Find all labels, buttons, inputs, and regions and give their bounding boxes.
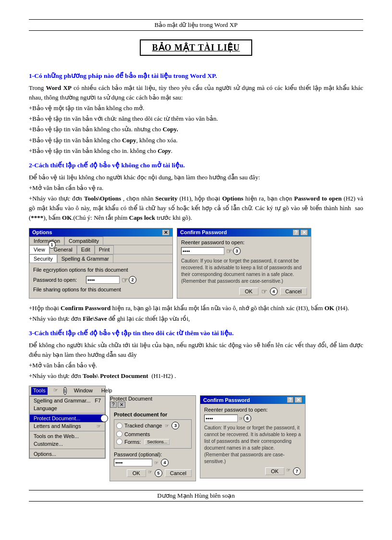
- badge-protect-2: 2: [100, 414, 108, 422]
- spelling-shortcut: F7: [95, 398, 101, 403]
- file-enc-label: File encryption options for this documen…: [33, 267, 169, 273]
- confirm2-title-text: Confirm Password: [203, 397, 250, 403]
- radio-tracked-input[interactable]: [116, 423, 122, 429]
- protect-titlebar: Protect Document ? ✕: [110, 396, 196, 408]
- menu-sep-2: [30, 431, 105, 431]
- page: Bảo mật dữ liệu trong Word XP BẢO MẬT TÀ…: [0, 0, 392, 540]
- section1: 1-Có những phương pháp nào để bảo mật tà…: [29, 71, 363, 156]
- confirm2-btn-row: OK ☞ 7: [204, 467, 301, 475]
- hand-cursor-menu: ☞: [53, 387, 58, 395]
- hand-cursor-3: ☞: [226, 247, 233, 255]
- section1-p4: +Bảo vệ tập tin văn bản không cho sửa. n…: [29, 125, 363, 134]
- main-title-wrapper: BẢO MẬT TÀI LIỆU: [29, 39, 363, 63]
- protect-doc-dialog: Protect Document ? ✕ Protect document fo…: [110, 395, 196, 481]
- confirm-content: Reenter password to open: ☞ 3 Caution: I…: [177, 237, 311, 298]
- radio-comments: Comments: [116, 431, 189, 437]
- options-title-text: Options: [32, 229, 52, 235]
- tab-security[interactable]: Security: [29, 254, 57, 263]
- confirm2-content: Reenter password to open: ☞ 6 Caution: I…: [200, 404, 305, 478]
- screenshot-row-1: Options ✕ Information Compatibility View…: [29, 228, 363, 299]
- toolsweb-label: Tools on the Web...: [34, 433, 79, 439]
- customize-label: Customize...: [34, 441, 63, 447]
- tab-edit[interactable]: Edit: [77, 245, 95, 254]
- protect-ok-btn[interactable]: OK: [127, 469, 146, 477]
- hand-cursor-6: ☞: [239, 416, 243, 421]
- confirm-close[interactable]: ✕: [300, 229, 308, 236]
- section3-title: 3-Cách thiết lập chế độ bảo vệ tập tin t…: [29, 328, 363, 339]
- tab-information[interactable]: Information: [29, 237, 64, 245]
- tools-dropdown: Spelling and Grammar... F7 Language Prot…: [29, 396, 105, 458]
- reenter2-label: Reenter password to open:: [204, 407, 301, 413]
- pwd-optional-label: Password (optional):: [114, 452, 192, 457]
- protect-label: Protect Document...: [34, 415, 80, 421]
- badge-menu-1: 1: [63, 387, 67, 395]
- dropdown-letters[interactable]: Letters and Mailings ☞: [30, 422, 105, 430]
- footer-text: Dương Mạnh Hùng biên soạn: [157, 492, 234, 499]
- confirm-cancel-btn[interactable]: Cancel: [280, 288, 307, 295]
- spelling-label: Spelling and Grammar...: [34, 398, 91, 403]
- radio-comments-input[interactable]: [116, 431, 122, 437]
- section1-p3: +Bảo vệ tập tin văn bản với chức năng th…: [29, 114, 363, 124]
- section2-continued: +Hộp thoại Confirm Password hiện ra, bạn…: [29, 303, 363, 324]
- confirm2-close[interactable]: ✕: [294, 397, 302, 403]
- protect-question: ?: [110, 402, 117, 408]
- pwd-open-input[interactable]: [86, 276, 120, 284]
- confirm-pwd-input[interactable]: [181, 247, 224, 255]
- pwd-open-row: Password to open: ☞ 2: [33, 276, 169, 285]
- tab-compatibility[interactable]: Compatibility: [64, 237, 103, 245]
- tab-spelling[interactable]: Spelling & Grammar: [57, 254, 113, 263]
- confirm-window-btns: ? ✕: [293, 229, 308, 236]
- pwd-open-label: Password to open:: [33, 277, 86, 283]
- dropdown-toolsweb[interactable]: Tools on the Web...: [30, 432, 105, 440]
- hand-menu: ☞: [97, 424, 101, 429]
- tab-view[interactable]: View: [29, 245, 49, 254]
- options-titlebar: Options ✕: [29, 228, 172, 237]
- confirm-ok-btn[interactable]: OK: [239, 288, 258, 295]
- section1-p5: +Bảo vệ tập tin văn bản không cho Copy, …: [29, 136, 363, 145]
- caution2-text: Caution: If you lose or forget the passw…: [204, 425, 301, 465]
- confirm2-pwd-input[interactable]: [204, 414, 238, 422]
- hand-cursor-4: ☞: [261, 288, 268, 295]
- hand-cursor-7: ☞: [286, 467, 291, 475]
- options-content: File encryption options for this documen…: [29, 263, 172, 298]
- protect-cancel-btn[interactable]: Cancel: [165, 469, 192, 477]
- protect-content: Protect document for Tracked change ☞ 3 …: [110, 408, 196, 481]
- section2-p4: +Hộp thoại Confirm Password hiện ra, bạn…: [29, 303, 363, 313]
- menu-window[interactable]: Window: [72, 387, 95, 395]
- hand-cursor-tracked: ☞: [165, 423, 169, 428]
- dropdown-protect[interactable]: Protect Document... 2: [30, 414, 105, 422]
- badge-4: 4: [270, 288, 278, 295]
- footer-bar: Dương Mạnh Hùng biên soạn: [29, 490, 363, 502]
- section3-p1: Để không cho người khác sửa chữa tới tài…: [29, 340, 363, 360]
- protect-close[interactable]: ✕: [118, 402, 125, 408]
- file-share-label: File sharing options for this document: [33, 287, 169, 292]
- section2-p2: +Mở văn bản cần bảo vệ ra.: [29, 183, 363, 193]
- confirm2-question: ?: [287, 397, 294, 403]
- sections-btn[interactable]: Sections...: [145, 439, 170, 445]
- menu-sep-3: [30, 449, 105, 449]
- badge-6: 6: [244, 414, 251, 422]
- badge-tracked-3: 3: [172, 422, 179, 429]
- section1-p2: +Bảo vệ một tập tin văn bản không cho mở…: [29, 103, 363, 113]
- dropdown-customize[interactable]: Customize...: [30, 440, 105, 448]
- confirm2-pwd-row: ☞ 6: [204, 414, 301, 422]
- badge-ok-5: 5: [155, 469, 162, 477]
- protect-pwd-input[interactable]: [114, 459, 152, 466]
- confirm-question: ?: [293, 229, 299, 236]
- dropdown-options[interactable]: Options...: [30, 450, 105, 458]
- radio-tracked-label: Tracked change: [124, 423, 162, 428]
- letters-label: Letters and Mailings: [34, 423, 81, 429]
- section2: 2-Cách thiết lập chế độ bảo vệ không cho…: [29, 161, 363, 223]
- menu-tools[interactable]: Tools: [31, 387, 48, 395]
- options-close-btn[interactable]: ✕: [162, 229, 170, 236]
- radio-forms-input[interactable]: [116, 439, 122, 445]
- confirm2-window-btns: ? ✕: [287, 397, 302, 403]
- dropdown-language[interactable]: Language: [30, 404, 105, 412]
- dropdown-spelling[interactable]: Spelling and Grammar... F7: [30, 397, 105, 404]
- options-dialog: Options ✕ Information Compatibility View…: [29, 228, 173, 299]
- protect-title-text: Protect Document: [110, 396, 152, 402]
- menu-help[interactable]: Help: [99, 387, 114, 395]
- tab-print[interactable]: Print: [95, 245, 114, 254]
- language-label: Language: [34, 405, 57, 411]
- confirm2-ok-btn[interactable]: OK: [265, 467, 284, 475]
